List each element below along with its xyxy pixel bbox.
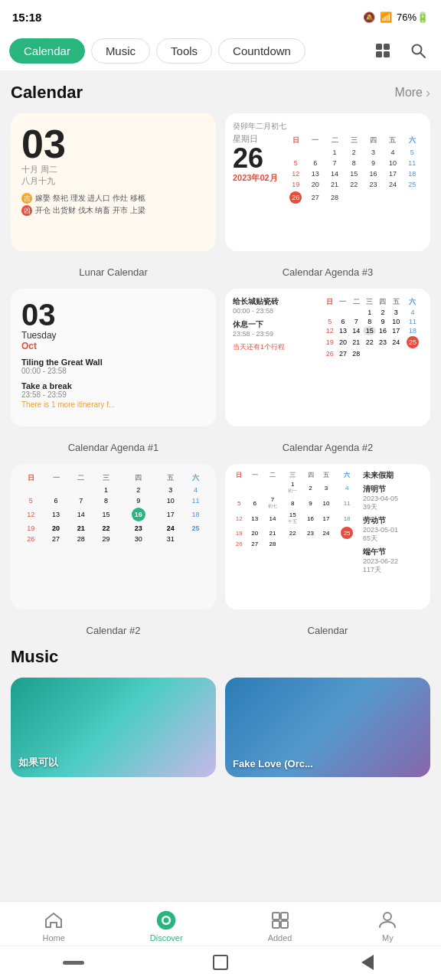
cal-widget-main: 日 一 二 三 四 五 六 1初一 bbox=[231, 470, 360, 577]
holiday-2: 劳动节 2023-05-01 65天 bbox=[363, 515, 424, 544]
status-icons: 🔕 📶 76%🔋 bbox=[363, 11, 429, 23]
battery-icon: 76%🔋 bbox=[397, 11, 429, 23]
svg-rect-9 bbox=[273, 913, 279, 920]
top-tab-bar: Calendar Music Tools Countdown bbox=[0, 31, 441, 70]
cal-main-table: 日 一 二 三 四 五 六 1初一 bbox=[231, 470, 360, 548]
lunar-event-2: 凶 开仓 出货财 伐木 纳畜 开市 上梁 bbox=[21, 205, 205, 216]
agenda3-day: 26 bbox=[233, 145, 278, 172]
main-content: Calendar More › 03 十月 周二 八月十九 吉 嫁娶 祭祀 理发… bbox=[0, 70, 441, 897]
calendar-section-title: Calendar bbox=[11, 83, 83, 103]
widget-labels-row3: Calendar #2 Calendar bbox=[11, 622, 430, 636]
lunar-event-1-text: 嫁娶 祭祀 理发 进人口 作灶 移柩 bbox=[35, 193, 145, 204]
nav-added-label: Added bbox=[268, 933, 292, 942]
agenda3-mini-cal: 日一二三四五六 12345 567891011 12131415161718 1 bbox=[286, 133, 423, 206]
nav-my[interactable]: My bbox=[377, 910, 398, 942]
music-grid: 如果可以 Fake Love (Orc... bbox=[11, 678, 430, 777]
lunar-event-1: 吉 嫁娶 祭祀 理发 进人口 作灶 移柩 bbox=[21, 193, 205, 204]
tab-countdown[interactable]: Countdown bbox=[218, 38, 305, 64]
nav-my-label: My bbox=[382, 933, 394, 942]
cal-holidays: 未来假期 清明节 2023-04-05 39天 劳动节 2023-05-01 6… bbox=[363, 470, 424, 577]
widget-labels-row1: Lunar Calendar Calendar Agenda #3 bbox=[11, 263, 430, 278]
svg-point-13 bbox=[384, 913, 391, 920]
cal2-label: Calendar #2 bbox=[11, 625, 216, 636]
tab-music[interactable]: Music bbox=[91, 38, 150, 64]
lunar-cn-date: 八月十九 bbox=[21, 175, 205, 187]
recent-apps-btn[interactable] bbox=[58, 952, 89, 972]
lunar-calendar-widget[interactable]: 03 十月 周二 八月十九 吉 嫁娶 祭祀 理发 进人口 作灶 移柩 凶 开仓 … bbox=[11, 113, 216, 251]
svg-rect-12 bbox=[281, 921, 288, 928]
agenda1-label: Calendar Agenda #1 bbox=[11, 442, 216, 453]
agenda2-cal-table: 日 一 二 三 四 五 六 1 2 bbox=[323, 296, 423, 358]
lunar-events: 吉 嫁娶 祭祀 理发 进人口 作灶 移柩 凶 开仓 出货财 伐木 纳畜 开市 上… bbox=[21, 193, 205, 216]
cal2-widget[interactable]: 日 一 二 三 四 五 六 1 2 3 4 bbox=[11, 464, 216, 609]
svg-rect-11 bbox=[273, 921, 279, 928]
status-bar: 15:18 🔕 📶 76%🔋 bbox=[0, 0, 441, 31]
grid-icon[interactable] bbox=[369, 37, 397, 64]
home-nav-icon bbox=[213, 955, 228, 970]
tab-calendar[interactable]: Calendar bbox=[9, 38, 85, 64]
home-btn[interactable] bbox=[205, 952, 236, 972]
agenda1-month: Oct bbox=[21, 341, 205, 351]
lunar-week: 十月 周二 bbox=[21, 164, 205, 175]
holidays-title: 未来假期 bbox=[363, 470, 424, 481]
svg-rect-10 bbox=[281, 913, 288, 920]
cal2-table: 日 一 二 三 四 五 六 1 2 3 4 bbox=[18, 472, 208, 544]
back-icon bbox=[361, 955, 374, 970]
holiday-3: 端午节 2023-06-22 117天 bbox=[363, 547, 424, 575]
agenda1-event2-title: Take a break bbox=[21, 381, 205, 390]
music-section-header: Music bbox=[11, 647, 430, 667]
agenda2-widget[interactable]: 给长城贴瓷砖 00:00 - 23:58 休息一下 23:58 - 23:59 … bbox=[225, 289, 430, 426]
music-card-2[interactable]: Fake Love (Orc... bbox=[225, 678, 430, 777]
lunar-event-2-text: 开仓 出货财 伐木 纳畜 开市 上梁 bbox=[35, 205, 145, 216]
agenda1-event-1: Tiling the Great Wall 00:00 - 23:58 bbox=[21, 358, 205, 375]
music-section: Music 如果可以 Fake Love (Orc... bbox=[11, 647, 430, 777]
agenda2-ev1-title: 给长城贴瓷砖 bbox=[233, 296, 318, 307]
agenda2-event-2: 休息一下 23:58 - 23:59 bbox=[233, 319, 318, 338]
lunar-cal-label: Lunar Calendar bbox=[11, 266, 216, 278]
mute-icon: 🔕 bbox=[363, 11, 375, 23]
holiday-1: 清明节 2023-04-05 39天 bbox=[363, 484, 424, 512]
added-icon bbox=[270, 910, 291, 931]
agenda1-dow: Tuesday bbox=[21, 330, 205, 341]
agenda2-events: 给长城贴瓷砖 00:00 - 23:58 休息一下 23:58 - 23:59 … bbox=[233, 296, 318, 358]
back-btn[interactable] bbox=[352, 952, 383, 972]
cal-widget-content: 日 一 二 三 四 五 六 1初一 bbox=[231, 470, 424, 577]
music-section-title: Music bbox=[11, 647, 58, 667]
lunar-date-num: 03 bbox=[21, 124, 205, 164]
music-card-1[interactable]: 如果可以 bbox=[11, 678, 216, 777]
widget-row-3: 日 一 二 三 四 五 六 1 2 3 4 bbox=[11, 464, 430, 609]
agenda1-event1-title: Tiling the Great Wall bbox=[21, 358, 205, 367]
nav-home-label: Home bbox=[43, 933, 65, 942]
agenda1-widget[interactable]: 03 Tuesday Oct Tiling the Great Wall 00:… bbox=[11, 289, 216, 426]
agenda1-event1-time: 00:00 - 23:58 bbox=[21, 367, 205, 375]
agenda2-event-1: 给长城贴瓷砖 00:00 - 23:58 bbox=[233, 296, 318, 315]
svg-rect-1 bbox=[384, 44, 390, 50]
widget-row-2: 03 Tuesday Oct Tiling the Great Wall 00:… bbox=[11, 289, 430, 426]
svg-rect-3 bbox=[384, 51, 390, 57]
svg-rect-2 bbox=[376, 51, 382, 57]
nav-added[interactable]: Added bbox=[268, 910, 292, 942]
status-time: 15:18 bbox=[12, 11, 41, 24]
search-icon[interactable] bbox=[404, 37, 432, 64]
agenda2-label: Calendar Agenda #2 bbox=[225, 442, 430, 453]
music-card-1-title: 如果可以 bbox=[18, 756, 208, 769]
chevron-right-icon: › bbox=[426, 85, 430, 101]
nav-home[interactable]: Home bbox=[43, 910, 65, 942]
agenda2-ev2-time: 23:58 - 23:59 bbox=[233, 330, 318, 338]
agenda3-lunar-header: 癸卯年二月初七 bbox=[233, 121, 423, 132]
more-link[interactable]: More › bbox=[395, 85, 430, 101]
svg-point-8 bbox=[164, 918, 169, 923]
agenda2-footer: 当天还有1个行程 bbox=[233, 342, 318, 352]
agenda1-event-2: Take a break 23:58 - 23:59 bbox=[21, 381, 205, 399]
my-icon bbox=[377, 910, 398, 931]
svg-line-5 bbox=[420, 53, 425, 57]
agenda1-more: There is 1 more itinerary f... bbox=[21, 400, 205, 409]
agenda1-event2-time: 23:58 - 23:59 bbox=[21, 390, 205, 399]
agenda3-widget[interactable]: 癸卯年二月初七 星期日 26 2023年02月 日一二三四五六 12345 bbox=[225, 113, 430, 251]
cal-widget[interactable]: 日 一 二 三 四 五 六 1初一 bbox=[225, 464, 430, 609]
bottom-nav-wrap: Home Discover Added bbox=[0, 901, 441, 980]
app-nav: Home Discover Added bbox=[0, 901, 441, 946]
sys-nav-bar bbox=[0, 946, 441, 980]
nav-discover[interactable]: Discover bbox=[150, 910, 183, 942]
tab-tools[interactable]: Tools bbox=[156, 38, 212, 64]
